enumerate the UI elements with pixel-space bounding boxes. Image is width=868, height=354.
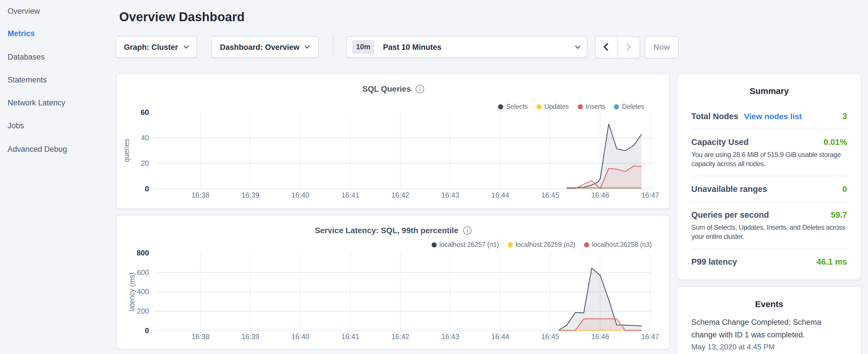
dashboard-dropdown[interactable]: Dashboard: Overview [212, 36, 318, 58]
view-nodes-list-link[interactable]: View nodes list [744, 110, 802, 122]
chevron-left-icon [604, 43, 609, 51]
summary-row-label: Total Nodes [691, 110, 739, 122]
legend-label: localhost:26258 (n3) [592, 242, 652, 248]
time-range-badge: 10m [352, 40, 374, 54]
legend-item-localhost-26258-n3-[interactable]: localhost:26258 (n3) [584, 242, 652, 248]
info-icon[interactable] [415, 85, 424, 93]
sidebar-item-metrics[interactable]: Metrics [8, 28, 35, 39]
sidebar-item-overview[interactable]: Overview [8, 5, 40, 17]
summary-row-value: 0 [842, 183, 847, 195]
chart-title-text: Service Latency: SQL, 99th percentile [315, 226, 459, 235]
time-next-button[interactable] [618, 37, 640, 58]
summary-row-label: P99 latency [691, 256, 737, 267]
legend-label: localhost:26259 (n2) [516, 242, 576, 248]
svg-text:latency (ms): latency (ms) [128, 273, 136, 312]
chart-legend: localhost:26257 (n1)localhost:26259 (n2)… [431, 242, 652, 248]
sidebar-item-jobs[interactable]: Jobs [8, 120, 24, 131]
svg-text:0: 0 [145, 185, 149, 193]
chevron-down-icon [575, 45, 581, 50]
svg-text:600: 600 [137, 269, 149, 277]
sidebar-item-advanced-debug[interactable]: Advanced Debug [8, 144, 67, 155]
svg-text:16:47: 16:47 [641, 333, 659, 341]
page-title: Overview Dashboard [119, 9, 245, 25]
summary-row-label: Queries per second [691, 209, 769, 221]
graph-dropdown[interactable]: Graph: Cluster [116, 36, 197, 58]
legend-label: Inserts [585, 103, 605, 110]
svg-text:16:40: 16:40 [291, 333, 309, 341]
legend-dot [578, 104, 583, 109]
dashboard-dropdown-label: Dashboard: Overview [220, 43, 300, 51]
summary-row-capacity-used: Capacity Used0.01%You are using 28.6 MiB… [691, 129, 847, 176]
legend-label: Selects [506, 103, 528, 110]
graph-dropdown-label: Graph: Cluster [124, 43, 178, 51]
svg-text:16:46: 16:46 [591, 191, 609, 199]
svg-text:16:47: 16:47 [641, 191, 659, 199]
time-nav-group [595, 36, 640, 58]
service-latency-plot: 020040060080016:3816:3916:4016:4116:4216… [117, 216, 671, 350]
legend-dot [431, 242, 436, 248]
sidebar-item-network-latency[interactable]: Network Latency [8, 97, 65, 108]
summary-row-total-nodes: Total NodesView nodes list3 [691, 104, 847, 129]
time-range-selector[interactable]: 10m Past 10 Minutes [346, 36, 587, 58]
svg-text:20: 20 [141, 159, 149, 167]
svg-text:16:39: 16:39 [242, 191, 260, 199]
chevron-down-icon [305, 45, 310, 49]
svg-text:200: 200 [137, 307, 149, 315]
now-button[interactable]: Now [645, 36, 679, 58]
events-title: Events [678, 287, 861, 309]
legend-label: localhost:26257 (n1) [439, 242, 499, 248]
legend-label: Deletes [622, 103, 644, 110]
event-item[interactable]: Schema Change Completed: Schema change w… [691, 317, 847, 352]
svg-text:16:38: 16:38 [191, 191, 210, 199]
svg-text:queries: queries [122, 139, 130, 162]
summary-row-label: Unavailable ranges [691, 183, 767, 195]
summary-row-value: 59.7 [831, 209, 847, 221]
sidebar-item-databases[interactable]: Databases [8, 51, 45, 63]
chart-title: SQL Queries [117, 84, 670, 93]
chevron-down-icon [183, 45, 189, 49]
summary-row-p99-latency: P99 latency46.1 ms [691, 249, 847, 275]
summary-row-value: 46.1 ms [817, 256, 847, 267]
svg-text:0: 0 [145, 326, 149, 335]
service-latency-chart-card: 020040060080016:3816:3916:4016:4116:4216… [116, 215, 670, 350]
legend-dot [498, 104, 503, 109]
summary-row-value: 3 [842, 110, 847, 122]
toolbar-divider [333, 35, 334, 58]
svg-text:16:39: 16:39 [242, 333, 260, 341]
summary-row-description: Sum of Selects, Updates, Inserts, and De… [691, 223, 847, 242]
svg-text:40: 40 [141, 134, 149, 142]
svg-text:16:41: 16:41 [341, 191, 359, 199]
svg-text:16:40: 16:40 [291, 191, 309, 199]
time-prev-button[interactable] [595, 37, 618, 58]
summary-row-label: Capacity Used [691, 136, 749, 148]
event-message: Schema Change Completed: Schema change w… [691, 317, 847, 341]
info-icon[interactable] [463, 226, 472, 235]
summary-title: Summary [678, 74, 861, 96]
svg-text:16:45: 16:45 [541, 191, 559, 199]
legend-item-inserts[interactable]: Inserts [578, 103, 605, 110]
metrics-dashboard-page: OverviewMetricsDatabasesStatementsNetwor… [0, 0, 868, 354]
legend-item-localhost-26259-n2-[interactable]: localhost:26259 (n2) [508, 242, 576, 248]
legend-dot [584, 242, 589, 248]
svg-text:16:42: 16:42 [392, 191, 409, 199]
summary-row-description: You are using 28.6 MiB of 515.9 GiB usab… [691, 150, 847, 169]
time-range-label: Past 10 Minutes [383, 43, 441, 51]
summary-panel: Summary Total NodesView nodes list3Capac… [677, 73, 861, 280]
legend-item-localhost-26257-n1-[interactable]: localhost:26257 (n1) [431, 242, 499, 248]
svg-text:16:46: 16:46 [591, 333, 609, 341]
svg-text:16:43: 16:43 [441, 191, 459, 199]
svg-text:16:38: 16:38 [191, 333, 210, 341]
svg-text:60: 60 [141, 108, 149, 117]
legend-item-selects[interactable]: Selects [498, 103, 528, 110]
svg-text:16:41: 16:41 [341, 333, 359, 341]
legend-dot [614, 104, 619, 109]
legend-item-updates[interactable]: Updates [536, 103, 569, 110]
summary-row-unavailable-ranges: Unavailable ranges0 [691, 176, 847, 202]
legend-item-deletes[interactable]: Deletes [614, 103, 644, 110]
sidebar-item-statements[interactable]: Statements [8, 74, 47, 86]
chart-title: Service Latency: SQL, 99th percentile [117, 226, 670, 235]
sql-queries-chart-card: 020406016:3816:3916:4016:4116:4216:4316:… [116, 73, 670, 209]
sql-queries-plot: 020406016:3816:3916:4016:4116:4216:4316:… [117, 74, 671, 210]
chart-title-text: SQL Queries [363, 84, 411, 93]
event-timestamp: May 13, 2020 at 4:45 PM [691, 342, 847, 352]
